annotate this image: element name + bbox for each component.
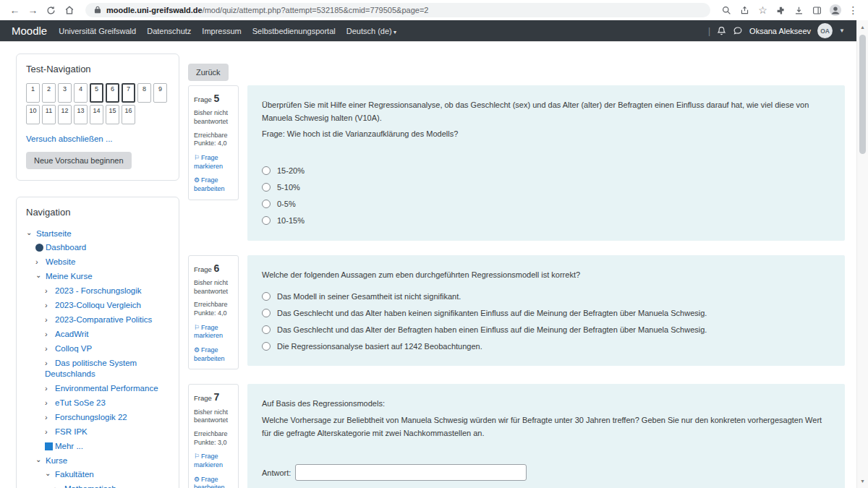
tree-marker-icon[interactable]	[35, 257, 46, 267]
navbar-link[interactable]: Universität Greifswald	[59, 27, 136, 35]
flag-question-link[interactable]: ⚐Frage markieren	[194, 453, 233, 469]
page-scrollbar[interactable]: ▲ ▼	[856, 20, 868, 488]
back-icon[interactable]: ←	[6, 2, 24, 18]
tree-item-link[interactable]: Mehr ...	[55, 442, 83, 450]
flag-question-link[interactable]: ⚐Frage markieren	[194, 324, 233, 341]
tree-marker-icon[interactable]	[45, 442, 55, 451]
tree-marker-icon[interactable]	[35, 243, 46, 252]
tree-marker-icon[interactable]	[54, 484, 64, 488]
tree-marker-icon[interactable]	[45, 286, 55, 296]
answer-option[interactable]: 15-20%	[262, 163, 830, 179]
radio-button-icon[interactable]	[262, 325, 271, 334]
finish-attempt-link[interactable]: Versuch abschließen ...	[26, 134, 169, 143]
messages-icon[interactable]	[733, 26, 743, 35]
tree-item-link[interactable]: 2023-Colloqu Vergleich	[55, 301, 141, 309]
question-number-button[interactable]: 15	[106, 105, 119, 124]
radio-button-icon[interactable]	[262, 292, 271, 301]
tree-marker-icon[interactable]	[35, 272, 46, 281]
tree-marker-icon[interactable]	[45, 314, 55, 325]
tree-item-link[interactable]: Environmental Performance	[55, 384, 158, 393]
tree-marker-icon[interactable]	[26, 229, 36, 239]
tree-marker-icon[interactable]	[45, 300, 55, 310]
edit-question-link[interactable]: ⚙Frage bearbeiten	[194, 476, 233, 488]
question-number-button[interactable]: 9	[153, 83, 167, 103]
forward-icon[interactable]: →	[24, 2, 42, 18]
address-bar[interactable]: moodle.uni-greifswald.de/mod/quiz/attemp…	[85, 3, 710, 17]
tree-item-link[interactable]: Fakultäten	[55, 470, 94, 479]
radio-button-icon[interactable]	[262, 342, 271, 351]
question-number-button[interactable]: 14	[90, 105, 103, 124]
question-number-button[interactable]: 5	[90, 83, 103, 103]
flag-question-link[interactable]: ⚐Frage markieren	[194, 154, 233, 171]
answer-option[interactable]: 0-5%	[262, 196, 830, 213]
tree-item-link[interactable]: Website	[46, 257, 75, 266]
question-number-button[interactable]: 10	[26, 105, 40, 124]
navbar-link[interactable]: Datenschutz	[147, 27, 191, 35]
tree-marker-icon[interactable]	[45, 470, 55, 479]
scrollbar-thumb[interactable]	[859, 35, 866, 154]
question-number-button[interactable]: 11	[42, 105, 56, 124]
radio-button-icon[interactable]	[262, 183, 271, 192]
answer-option[interactable]: Das Modell in seiner Gesamtheit ist nich…	[262, 288, 830, 304]
scroll-down-icon[interactable]: ▼	[857, 476, 868, 487]
radio-button-icon[interactable]	[262, 309, 271, 317]
tree-marker-icon[interactable]	[45, 329, 55, 339]
profile-icon[interactable]	[826, 2, 844, 18]
tree-marker-icon[interactable]	[35, 456, 46, 466]
share-icon[interactable]	[736, 2, 754, 18]
navbar-link[interactable]: Selbstbedienungsportal	[252, 27, 336, 35]
answer-option[interactable]: Das Geschlecht und das Alter haben keine…	[262, 304, 830, 321]
answer-option[interactable]: Das Geschlecht und das Alter der Befragt…	[262, 321, 830, 338]
extensions-icon[interactable]	[772, 2, 790, 18]
radio-button-icon[interactable]	[262, 166, 271, 175]
radio-button-icon[interactable]	[262, 200, 271, 208]
zoom-icon[interactable]	[718, 2, 736, 18]
reload-icon[interactable]	[42, 2, 60, 18]
tree-item-link[interactable]: Meine Kurse	[46, 272, 93, 281]
question-number-button[interactable]: 2	[42, 83, 56, 103]
navbar-link[interactable]: Deutsch (de)	[346, 27, 396, 35]
tree-item-link[interactable]: Forschungslogik 22	[55, 413, 127, 421]
tree-item-link[interactable]: AcadWrit	[55, 330, 88, 338]
answer-option[interactable]: 10-15%	[262, 213, 830, 229]
question-number-button[interactable]: 6	[106, 83, 119, 103]
tree-item-link[interactable]: eTut SoSe 23	[55, 398, 106, 407]
bookmark-star-icon[interactable]: ☆	[754, 2, 772, 18]
navbar-link[interactable]: Impressum	[202, 27, 241, 35]
tree-item-link[interactable]: Dashboard	[46, 243, 86, 252]
home-icon[interactable]	[60, 2, 78, 18]
question-number-button[interactable]: 1	[26, 83, 40, 103]
answer-option[interactable]: Die Regressionsanalyse basiert auf 1242 …	[262, 338, 830, 354]
answer-input[interactable]	[295, 464, 527, 481]
tree-item-link[interactable]: 2023 - Forschungslogik	[55, 286, 142, 295]
tree-item-link[interactable]: Kurse	[46, 456, 67, 465]
moodle-brand[interactable]: Moodle	[12, 25, 47, 37]
tree-marker-icon[interactable]	[45, 412, 55, 422]
answer-option[interactable]: 5-10%	[262, 179, 830, 196]
tree-item-link[interactable]: Colloq VP	[55, 344, 92, 353]
new-preview-button[interactable]: Neue Vorschau beginnen	[26, 152, 132, 169]
question-number-button[interactable]: 7	[122, 83, 135, 103]
tree-item-link[interactable]: Das politische System Deutschlands	[45, 359, 137, 378]
side-panel-icon[interactable]	[808, 2, 826, 18]
tree-item-link[interactable]: FSR IPK	[55, 427, 88, 436]
edit-question-link[interactable]: ⚙Frage bearbeiten	[194, 346, 233, 363]
question-number-button[interactable]: 3	[58, 83, 72, 103]
radio-button-icon[interactable]	[262, 216, 271, 225]
tree-item-link[interactable]: 2023-Comparative Politics	[55, 315, 152, 324]
question-number-button[interactable]: 12	[58, 105, 72, 124]
question-number-button[interactable]: 13	[74, 105, 88, 124]
scroll-up-icon[interactable]: ▲	[857, 22, 868, 33]
tree-marker-icon[interactable]	[45, 383, 55, 393]
question-number-button[interactable]: 8	[137, 83, 151, 103]
tree-marker-icon[interactable]	[45, 427, 55, 437]
download-icon[interactable]	[790, 2, 808, 18]
user-name[interactable]: Oksana Alekseev	[749, 27, 811, 35]
menu-kebab-icon[interactable]: ⋮	[844, 2, 862, 18]
user-avatar[interactable]: OA	[817, 23, 833, 38]
question-number-button[interactable]: 16	[122, 105, 135, 124]
tree-item-link[interactable]: Mathematisch-Naturwissenschaftliche Faku…	[54, 484, 140, 488]
question-number-button[interactable]: 4	[74, 83, 88, 103]
tree-marker-icon[interactable]	[45, 398, 55, 408]
edit-question-link[interactable]: ⚙Frage bearbeiten	[194, 176, 233, 193]
